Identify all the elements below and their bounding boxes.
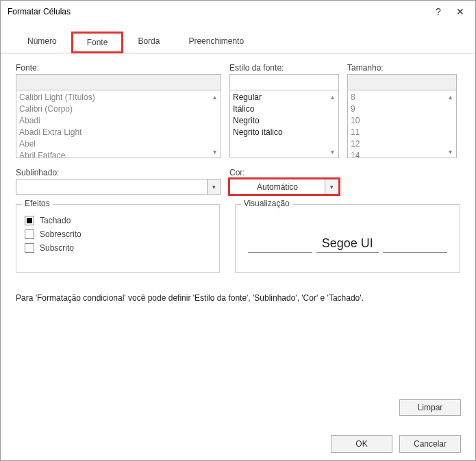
legend-efeitos: Efeitos (22, 199, 53, 208)
checkbox-icon (25, 216, 34, 225)
list-item[interactable]: Regular (233, 92, 336, 103)
label-sublinhado: Sublinhado: (16, 168, 221, 177)
window-controls: ? ✕ (429, 3, 470, 20)
color-combo[interactable]: Automático ▾ (229, 179, 339, 195)
checkbox-label: Tachado (40, 216, 71, 225)
list-item[interactable]: 11 (351, 127, 453, 138)
scroll-up-icon[interactable]: ▴ (327, 92, 337, 101)
chevron-down-icon[interactable]: ▾ (208, 179, 221, 195)
list-item[interactable]: 10 (351, 115, 453, 127)
list-item[interactable]: Abadi Extra Light (19, 127, 218, 138)
font-name-input[interactable] (16, 74, 221, 90)
preview-group: Visualização Segoe UI (235, 204, 460, 273)
label-cor: Cor: (229, 168, 339, 177)
tab-numero[interactable]: Número (13, 32, 71, 53)
info-note: Para 'Formatação condicional' você pode … (16, 293, 460, 303)
font-name-list[interactable]: ▴ Calibri Light (Títulos) Calibri (Corpo… (16, 90, 221, 158)
font-size-list[interactable]: ▴ 8 9 10 11 12 14 ▾ (347, 90, 457, 158)
clear-button[interactable]: Limpar (399, 399, 461, 416)
list-item[interactable]: 9 (351, 103, 453, 115)
list-item[interactable]: 12 (351, 138, 453, 150)
cancel-button[interactable]: Cancelar (399, 435, 461, 453)
tab-fonte[interactable]: Fonte (71, 32, 124, 53)
scroll-up-icon[interactable]: ▴ (210, 92, 219, 101)
preview-rule (383, 252, 447, 253)
font-size-input[interactable] (347, 74, 457, 90)
preview-rule (248, 252, 312, 253)
checkbox-label: Subscrito (40, 243, 74, 253)
list-item[interactable]: Negrito itálico (233, 127, 336, 138)
list-item[interactable]: Calibri Light (Títulos) (19, 92, 218, 103)
titlebar: Formatar Células ? ✕ (1, 1, 475, 23)
tab-preenchimento[interactable]: Preenchimento (174, 32, 258, 53)
preview-area: Segoe UI (244, 212, 451, 253)
chevron-down-icon[interactable]: ▾ (325, 179, 339, 195)
checkbox-label: Sobrescrito (40, 229, 82, 239)
checkbox-icon (25, 229, 34, 239)
ok-button[interactable]: OK (331, 435, 392, 453)
close-button[interactable]: ✕ (451, 3, 470, 20)
list-item[interactable]: Itálico (233, 103, 336, 115)
scroll-down-icon[interactable]: ▾ (445, 147, 455, 156)
checkbox-sobrescrito[interactable]: Sobrescrito (25, 229, 211, 239)
legend-visualizacao: Visualização (241, 199, 292, 208)
list-item[interactable]: Negrito (233, 115, 336, 127)
checkbox-icon (25, 243, 34, 253)
tab-borda[interactable]: Borda (123, 32, 174, 53)
list-item[interactable]: 8 (351, 92, 453, 103)
font-style-input[interactable] (229, 74, 339, 90)
scroll-up-icon[interactable]: ▴ (445, 92, 455, 101)
scroll-down-icon[interactable]: ▾ (327, 147, 337, 156)
tab-panel-fonte: Fonte: ▴ Calibri Light (Títulos) Calibri… (1, 53, 475, 310)
tab-strip: Número Fonte Borda Preenchimento (1, 31, 475, 53)
list-item[interactable]: Abril Fatface (19, 150, 218, 158)
list-item[interactable]: Calibri (Corpo) (19, 103, 218, 115)
dialog-title: Formatar Células (8, 7, 71, 16)
preview-sample-text: Segoe UI (316, 236, 379, 253)
font-style-list[interactable]: ▴ Regular Itálico Negrito Negrito itálic… (229, 90, 339, 158)
underline-value (16, 179, 208, 195)
underline-combo[interactable]: ▾ (16, 179, 221, 195)
checkbox-tachado[interactable]: Tachado (25, 216, 211, 225)
list-item[interactable]: 14 (351, 150, 453, 158)
list-item[interactable]: Abel (19, 138, 218, 150)
help-button[interactable]: ? (429, 3, 448, 20)
list-item[interactable]: Abadi (19, 115, 218, 127)
label-fonte: Fonte: (16, 63, 221, 73)
checkbox-subscrito[interactable]: Subscrito (25, 243, 211, 253)
scroll-down-icon[interactable]: ▾ (210, 147, 219, 156)
label-estilo: Estilo da fonte: (229, 63, 339, 73)
label-tamanho: Tamanho: (347, 63, 457, 73)
color-value: Automático (229, 179, 325, 195)
effects-group: Efeitos Tachado Sobrescrito Subscrito (16, 204, 220, 273)
